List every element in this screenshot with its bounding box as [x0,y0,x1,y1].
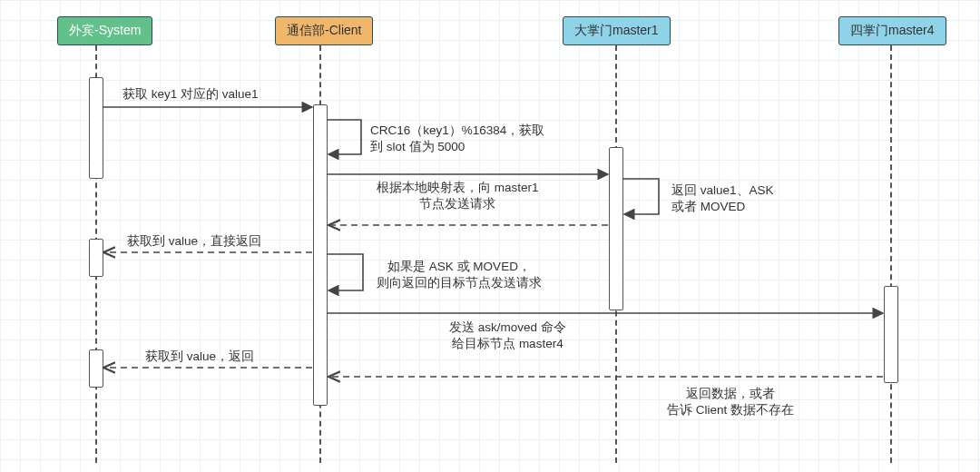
participant-system: 外宾-System [57,16,152,45]
msg-send-master4: 发送 ask/moved 命令 给目标节点 master4 [449,320,566,352]
msg-ask-moved-l2: 则向返回的目标节点发送请求 [377,276,542,290]
msg-master1-return: 返回 value1、ASK 或者 MOVED [671,182,774,215]
msg-master4-return-l1: 返回数据，或者 [686,387,775,400]
participant-master1: 大掌门master1 [563,16,671,45]
msg-crc16-l2: 到 slot 值为 5000 [370,140,465,153]
msg-send-master1: 根据本地映射表，向 master1 节点发送请求 [377,180,539,212]
msg-get-key1: 获取 key1 对应的 value1 [122,86,259,103]
msg-send-master4-l2: 给目标节点 master4 [452,337,564,350]
activation-system-1 [89,77,103,179]
msg-send-master1-l1: 根据本地映射表，向 master1 [377,181,539,194]
msg-master1-return-l1: 返回 value1、ASK [671,183,774,197]
participant-client: 通信部-Client [275,16,373,45]
msg-send-master4-l1: 发送 ask/moved 命令 [449,320,566,334]
lifeline-master4 [890,45,892,463]
msg-send-master1-l2: 节点发送请求 [419,197,495,211]
msg-got-value-2: 获取到 value，返回 [145,349,254,365]
activation-client [313,104,328,406]
msg-got-value-1: 获取到 value，直接返回 [127,233,261,250]
msg-master1-return-l2: 或者 MOVED [671,200,745,213]
msg-crc16-l1: CRC16（key1）%16384，获取 [370,123,544,137]
msg-ask-moved: 如果是 ASK 或 MOVED， 则向返回的目标节点发送请求 [377,259,542,291]
participant-master4: 四掌门master4 [838,16,946,45]
msg-master4-return: 返回数据，或者 告诉 Client 数据不存在 [667,386,794,418]
msg-crc16: CRC16（key1）%16384，获取 到 slot 值为 5000 [370,123,544,155]
activation-master4 [884,286,898,383]
msg-master4-return-l2: 告诉 Client 数据不存在 [667,403,794,417]
msg-ask-moved-l1: 如果是 ASK 或 MOVED， [387,260,531,273]
activation-master1 [609,147,623,310]
activation-system-2 [89,239,103,277]
activation-system-3 [89,349,103,388]
